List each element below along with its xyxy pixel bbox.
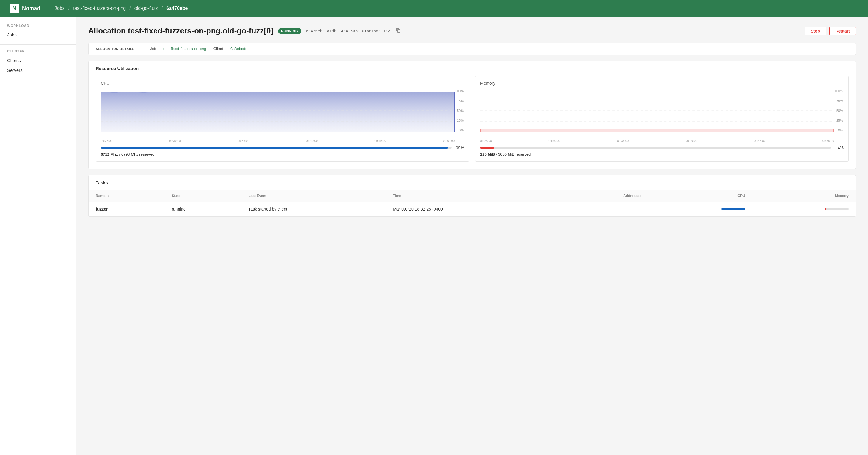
job-meta-label: Job <box>150 47 156 51</box>
top-nav: N Nomad Jobs / test-fixed-fuzzers-on-png… <box>0 0 868 17</box>
client-link[interactable]: 9a8ebcde <box>230 47 247 51</box>
sidebar-item-servers[interactable]: Servers <box>0 65 76 75</box>
task-last-event: Task started by client <box>241 202 386 216</box>
memory-progress-row: 4% <box>480 146 843 150</box>
cpu-progress-fill <box>101 147 448 149</box>
breadcrumb-alloc: 6a470ebe <box>166 6 188 11</box>
cpu-x-labels: 09:25:00 09:30:00 09:35:00 09:40:00 09:4… <box>101 139 464 143</box>
logo-icon: N <box>9 4 19 13</box>
cpu-pct: 99% <box>455 146 464 150</box>
breadcrumb-task-group[interactable]: old-go-fuzz <box>134 6 158 11</box>
header-actions: Stop Restart <box>805 27 856 35</box>
task-cpu-bar-track <box>721 208 745 210</box>
col-name[interactable]: Name ↓ <box>89 190 164 202</box>
tasks-table-header-row: Name ↓ State Last Event Time Addresses C… <box>89 190 856 202</box>
cpu-panel: CPU <box>96 76 469 161</box>
logo-text: Nomad <box>22 5 40 12</box>
cpu-chart-svg <box>101 89 455 132</box>
client-meta-label: Client <box>213 47 223 51</box>
logo[interactable]: N Nomad <box>9 4 40 13</box>
sidebar-item-clients[interactable]: Clients <box>0 56 76 65</box>
page-header: Allocation test-fixed-fuzzers-on-png.old… <box>88 26 856 35</box>
memory-chart-area <box>480 89 834 132</box>
col-last-event[interactable]: Last Event <box>241 190 386 202</box>
cpu-progress-track <box>101 147 452 149</box>
sort-icon: ↓ <box>107 194 110 198</box>
alloc-id: 6a470ebe-a1db-14c4-607e-018d168d11c2 <box>306 29 390 33</box>
memory-x-labels: 09:25:00 09:30:00 09:35:00 09:40:00 09:4… <box>480 139 843 143</box>
tasks-title: Tasks <box>89 175 856 190</box>
task-state: running <box>164 202 241 216</box>
main-layout: WORKLOAD Jobs CLUSTER Clients Servers Al… <box>0 17 868 455</box>
memory-pct: 4% <box>834 146 843 150</box>
task-time: Mar 09, '20 18:32:25 -0400 <box>386 202 560 216</box>
svg-rect-0 <box>397 30 400 32</box>
task-memory <box>752 202 856 216</box>
task-memory-bar-fill <box>825 208 826 210</box>
task-cpu-bar-row <box>656 208 745 210</box>
main-content: Allocation test-fixed-fuzzers-on-png.old… <box>76 17 868 455</box>
sidebar-item-jobs[interactable]: Jobs <box>0 30 76 40</box>
memory-chart-container: 100% 75% 50% 25% 0% <box>480 89 843 137</box>
task-memory-bar-track <box>825 208 848 210</box>
resource-utilization-title: Resource Utilization <box>89 61 856 76</box>
tasks-table: Name ↓ State Last Event Time Addresses C… <box>89 190 856 216</box>
sidebar-workload-label: WORKLOAD <box>0 24 76 30</box>
tasks-card: Tasks Name ↓ State Last Event Time Addre… <box>88 175 856 217</box>
resource-utilization-card: Resource Utilization CPU <box>88 61 856 169</box>
page-title: Allocation test-fixed-fuzzers-on-png.old… <box>88 26 273 35</box>
sidebar-divider <box>0 44 76 45</box>
cpu-title: CPU <box>101 81 464 86</box>
task-memory-bar-row <box>760 208 848 210</box>
sidebar-cluster-label: CLUSTER <box>0 50 76 56</box>
col-time[interactable]: Time <box>386 190 560 202</box>
task-cpu <box>649 202 752 216</box>
breadcrumb: Jobs / test-fixed-fuzzers-on-png / old-g… <box>55 6 188 11</box>
col-addresses[interactable]: Addresses <box>560 190 649 202</box>
task-addresses <box>560 202 649 216</box>
cpu-chart-container: 100% 75% 50% 25% 0% <box>101 89 464 137</box>
status-badge: RUNNING <box>278 28 301 34</box>
task-cpu-bar-fill <box>721 208 745 210</box>
col-state[interactable]: State <box>164 190 241 202</box>
table-row: fuzzer running Task started by client Ma… <box>89 202 856 216</box>
memory-y-labels: 100% 75% 50% 25% 0% <box>835 89 843 132</box>
col-memory[interactable]: Memory <box>752 190 856 202</box>
resource-utilization-body: CPU <box>89 76 856 169</box>
memory-panel: Memory <box>475 76 848 161</box>
cpu-resource-label: 6712 Mhz / 6798 Mhz reserved <box>101 152 464 156</box>
memory-title: Memory <box>480 81 843 86</box>
memory-resource-label: 125 MiB / 3000 MiB reserved <box>480 152 843 156</box>
memory-progress-track <box>480 147 831 149</box>
breadcrumb-jobs[interactable]: Jobs <box>55 6 65 11</box>
job-link[interactable]: test-fixed-fuzzers-on-png <box>163 47 206 51</box>
restart-button[interactable]: Restart <box>829 27 856 35</box>
cpu-progress-row: 99% <box>101 146 464 150</box>
cpu-y-labels: 100% 75% 50% 25% 0% <box>455 89 464 132</box>
cpu-chart-area <box>101 89 455 132</box>
task-name[interactable]: fuzzer <box>89 202 164 216</box>
allocation-details-tab[interactable]: ALLOCATION DETAILS <box>96 47 134 51</box>
stop-button[interactable]: Stop <box>805 27 826 35</box>
resource-grid: CPU <box>96 76 848 161</box>
memory-chart-svg <box>480 89 834 132</box>
sidebar: WORKLOAD Jobs CLUSTER Clients Servers <box>0 17 76 455</box>
memory-progress-fill <box>480 147 494 149</box>
copy-id-button[interactable] <box>395 27 402 35</box>
sub-tabs: ALLOCATION DETAILS | Job test-fixed-fuzz… <box>88 43 856 55</box>
col-cpu[interactable]: CPU <box>649 190 752 202</box>
breadcrumb-job-name[interactable]: test-fixed-fuzzers-on-png <box>73 6 126 11</box>
